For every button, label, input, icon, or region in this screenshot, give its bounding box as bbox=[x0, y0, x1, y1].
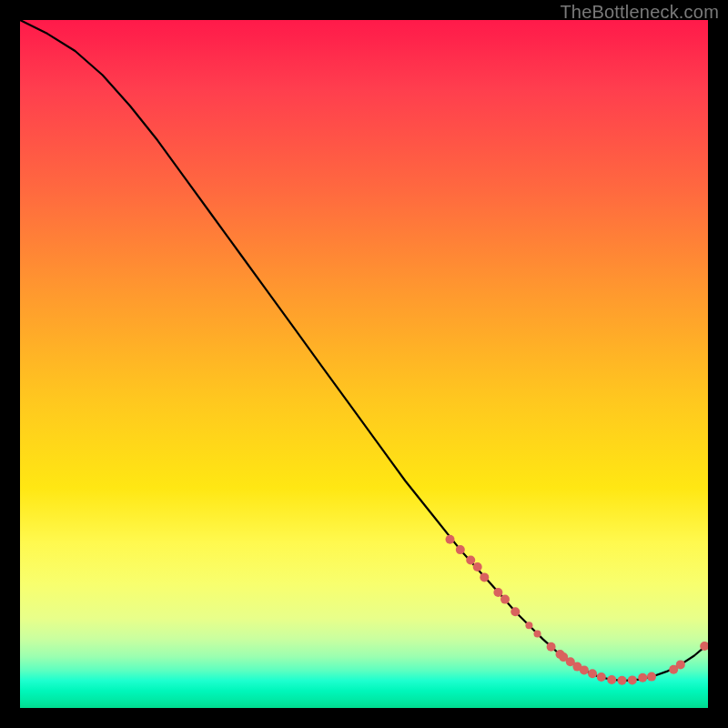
chart-svg bbox=[20, 20, 708, 708]
chart-plot-area bbox=[20, 20, 708, 708]
chart-marker bbox=[588, 669, 597, 678]
chart-marker bbox=[525, 622, 532, 629]
chart-stage: TheBottleneck.com bbox=[0, 0, 728, 728]
chart-marker bbox=[676, 660, 685, 669]
chart-curve bbox=[20, 20, 708, 681]
chart-marker bbox=[618, 676, 627, 685]
chart-marker bbox=[607, 675, 616, 684]
chart-marker bbox=[466, 556, 475, 565]
chart-marker bbox=[446, 535, 455, 544]
chart-marker bbox=[628, 675, 637, 684]
chart-marker bbox=[597, 672, 606, 682]
chart-marker bbox=[647, 672, 656, 682]
chart-marker bbox=[638, 673, 647, 682]
chart-marker bbox=[473, 562, 482, 571]
chart-marker bbox=[456, 545, 465, 554]
chart-marker bbox=[580, 665, 589, 674]
chart-marker bbox=[547, 642, 556, 652]
chart-marker bbox=[500, 595, 510, 604]
chart-markers bbox=[446, 535, 709, 685]
chart-marker bbox=[480, 572, 489, 581]
chart-marker bbox=[511, 607, 520, 616]
chart-marker bbox=[534, 630, 541, 637]
chart-marker bbox=[493, 588, 502, 597]
attribution-label: TheBottleneck.com bbox=[560, 2, 719, 23]
